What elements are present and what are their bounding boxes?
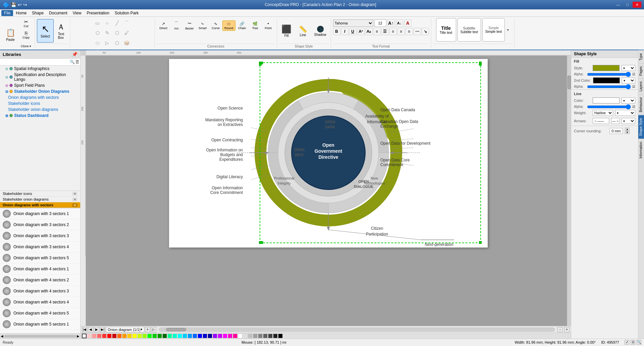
color-swatch[interactable] <box>127 334 132 338</box>
close-button[interactable]: ✕ <box>633 2 641 8</box>
point-button[interactable]: • Point <box>262 21 275 30</box>
color-swatch[interactable] <box>213 334 217 338</box>
fill-button[interactable]: ⬛ Fill <box>279 21 294 41</box>
list-item[interactable]: Onion diagram with 4 sectors 2 <box>0 275 80 286</box>
page-nav-right[interactable]: ▷ <box>151 327 156 332</box>
corner-up[interactable]: ▲ <box>625 128 630 131</box>
more-styles-arrow[interactable]: ▼ <box>506 28 509 32</box>
color-swatch[interactable] <box>273 334 278 338</box>
align-center-btn[interactable]: ☰ <box>381 28 389 35</box>
sidebar-scroll-thumb[interactable] <box>4 335 76 338</box>
list-item[interactable]: Onion diagram with 4 sectors 5 <box>0 308 80 319</box>
direct-button[interactable]: ↗ Direct <box>157 21 170 30</box>
arrows-dropdown[interactable]: ▾ <box>622 118 635 124</box>
color-swatch[interactable] <box>122 334 127 338</box>
bezier-button[interactable]: 〜 Bezier <box>183 20 196 31</box>
italic-button[interactable]: I <box>341 28 348 35</box>
underline-button[interactable]: U <box>349 28 357 35</box>
color-swatch[interactable] <box>198 334 202 338</box>
menu-view[interactable]: View <box>70 10 84 16</box>
smart-button[interactable]: ⤷ Smart <box>196 21 209 30</box>
font-size-decrease[interactable]: A↓ <box>396 19 403 27</box>
list-item[interactable]: Onion diagram with 3 sectors 5 <box>0 253 80 264</box>
color-swatch[interactable] <box>87 334 92 338</box>
simple-text-button[interactable]: Simple Simple text <box>482 18 505 42</box>
more-styles-btn[interactable]: ▼ <box>506 28 509 32</box>
list-btn[interactable]: ≡ <box>406 28 413 35</box>
list-item[interactable]: Onion diagram with 4 sectors 4 <box>0 297 80 308</box>
fill-2ndcolor-dropdown[interactable]: ▾ <box>622 77 635 83</box>
justify-btn[interactable]: ≡ <box>397 28 405 35</box>
color-swatch[interactable] <box>208 334 212 338</box>
line-color-dropdown[interactable]: ▾ <box>622 97 635 103</box>
select-button[interactable]: ↖ Select <box>37 19 54 43</box>
zoom-out-btn[interactable]: - <box>557 327 563 332</box>
page-nav-last[interactable]: ▶| <box>100 327 105 332</box>
list-view-icon[interactable]: ☰ <box>75 60 79 64</box>
line-weight-dropdown[interactable]: ▾ <box>615 110 636 116</box>
sidebar-item-spec[interactable]: ⊞ Specification and Description Langu <box>0 72 80 82</box>
fill-2ndalpha-checkbox[interactable]: ☑ <box>632 85 635 88</box>
title-text-button[interactable]: Title Title text <box>436 18 456 42</box>
fill-alpha-slider[interactable] <box>587 73 631 76</box>
zoom-page-btn[interactable]: 🔍 <box>637 340 641 345</box>
corner-value-input[interactable] <box>609 128 623 134</box>
color-swatch[interactable] <box>142 334 147 338</box>
color-swatch[interactable] <box>218 334 222 338</box>
page-nav-first[interactable]: |◀ <box>82 327 87 332</box>
color-swatch[interactable] <box>162 334 167 338</box>
font-select[interactable]: Tahoma <box>333 19 373 27</box>
badge-item-1[interactable]: Stakeholder icons ✕ <box>0 191 80 197</box>
color-swatch[interactable] <box>243 334 248 338</box>
maximize-button[interactable]: □ <box>623 2 632 8</box>
color-swatch[interactable] <box>253 334 258 338</box>
bold-button[interactable]: B <box>333 28 340 35</box>
color-swatch[interactable] <box>223 334 227 338</box>
fill-style-color[interactable] <box>593 65 620 71</box>
sidebar-item-onion-sectors[interactable]: Onion diagrams with sectors <box>0 94 80 100</box>
color-swatch[interactable] <box>258 334 263 338</box>
right-scrollbar[interactable] <box>567 56 571 326</box>
h-scroll-thumb[interactable] <box>166 328 186 331</box>
more-btn[interactable]: ⋯ <box>414 28 421 35</box>
cut-button[interactable]: ✂ Cut <box>19 18 33 29</box>
menu-home[interactable]: Home <box>13 10 29 16</box>
line-arrows-end[interactable]: — ○ <box>611 118 620 124</box>
menu-file[interactable]: File <box>1 10 13 16</box>
color-swatch[interactable] <box>203 334 207 338</box>
sidebar-pin[interactable]: 📌 <box>72 52 77 57</box>
fill-alpha-checkbox[interactable]: ☑ <box>632 72 635 76</box>
tab-type[interactable]: Type <box>638 50 644 63</box>
color-swatch[interactable] <box>187 334 192 338</box>
fill-2ndalpha-slider[interactable] <box>587 85 631 88</box>
tab-behaviour[interactable]: Behaviour <box>638 94 644 115</box>
menu-shape[interactable]: Shape <box>29 10 46 16</box>
canvas-scroll[interactable]: Open Government Directive OPEN INFO OPEN… <box>86 56 571 326</box>
tab-pages[interactable]: Pages <box>638 63 644 78</box>
color-swatch[interactable] <box>167 334 172 338</box>
page-add-btn[interactable]: + <box>145 327 150 332</box>
color-swatch[interactable] <box>132 334 137 338</box>
shadow-button[interactable]: 🌑 Shadow <box>312 21 329 41</box>
list-item[interactable]: Onion diagram with 4 sectors 1 <box>0 264 80 275</box>
sidebar-item-sport[interactable]: ⊞ Sport Field Plans <box>0 82 80 88</box>
curve-button[interactable]: ∿ Curve <box>209 21 222 30</box>
fill-style-dropdown[interactable]: ▾ <box>622 65 635 71</box>
color-swatch[interactable] <box>102 334 107 338</box>
fill-2ndcolor-color[interactable] <box>593 77 620 83</box>
page-nav-next[interactable]: ▶ <box>94 327 99 332</box>
list-item[interactable]: Onion diagram with 3 sectors 3 <box>0 230 80 241</box>
color-swatch[interactable] <box>278 334 283 338</box>
line-weight-select[interactable]: Hairline 1pt 2pt <box>593 110 613 116</box>
search-icon[interactable]: 🔍 <box>70 60 75 64</box>
subscript-button[interactable]: A₂ <box>365 28 373 35</box>
zoom-100-btn[interactable]: ① <box>631 340 635 345</box>
badge-close-1[interactable]: ✕ <box>72 192 77 196</box>
color-swatch[interactable] <box>177 334 182 338</box>
color-swatch[interactable] <box>92 334 97 338</box>
color-swatch[interactable] <box>193 334 197 338</box>
color-swatch[interactable] <box>233 334 237 338</box>
list-item[interactable]: Onion diagram with 4 sectors 3 <box>0 286 80 297</box>
color-swatch[interactable] <box>97 334 102 338</box>
align-right-btn[interactable]: ≡ <box>389 28 397 35</box>
